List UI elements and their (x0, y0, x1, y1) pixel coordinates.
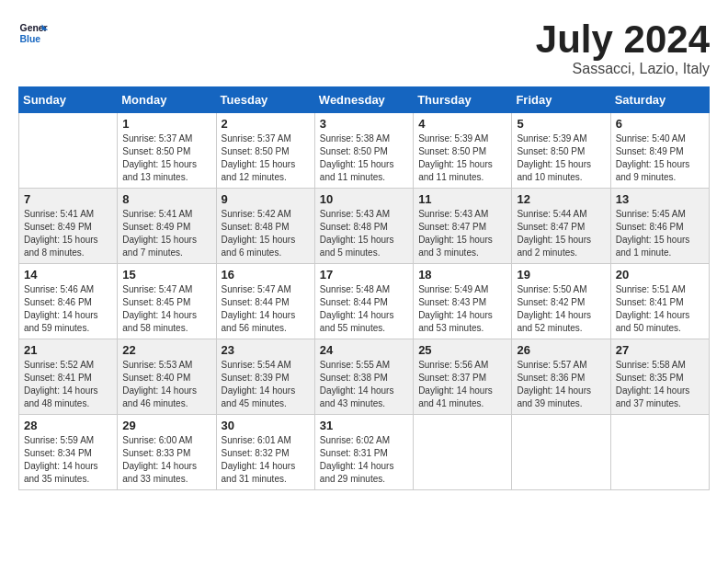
day-number: 17 (320, 268, 408, 282)
day-info: Sunrise: 5:38 AMSunset: 8:50 PMDaylight:… (320, 132, 408, 184)
day-number: 5 (517, 117, 605, 131)
calendar-cell (512, 415, 610, 490)
calendar-cell: 31Sunrise: 6:02 AMSunset: 8:31 PMDayligh… (314, 415, 413, 490)
day-info: Sunrise: 5:57 AMSunset: 8:36 PMDaylight:… (517, 359, 605, 410)
day-of-week-header: Sunday (19, 87, 118, 113)
calendar-cell: 26Sunrise: 5:57 AMSunset: 8:36 PMDayligh… (512, 339, 610, 415)
calendar-cell: 28Sunrise: 5:59 AMSunset: 8:34 PMDayligh… (19, 415, 118, 490)
day-info: Sunrise: 5:47 AMSunset: 8:45 PMDaylight:… (122, 283, 210, 335)
day-number: 1 (122, 117, 210, 131)
calendar-cell: 12Sunrise: 5:44 AMSunset: 8:47 PMDayligh… (512, 189, 610, 264)
calendar-week-row: 21Sunrise: 5:52 AMSunset: 8:41 PMDayligh… (19, 339, 710, 415)
day-number: 20 (616, 268, 704, 282)
day-info: Sunrise: 5:58 AMSunset: 8:35 PMDaylight:… (616, 359, 704, 410)
calendar-cell: 14Sunrise: 5:46 AMSunset: 8:46 PMDayligh… (19, 264, 118, 339)
day-number: 21 (24, 343, 112, 357)
day-number: 30 (222, 419, 310, 432)
day-info: Sunrise: 5:50 AMSunset: 8:42 PMDaylight:… (517, 283, 605, 335)
calendar-week-row: 1Sunrise: 5:37 AMSunset: 8:50 PMDaylight… (19, 113, 710, 189)
day-info: Sunrise: 5:46 AMSunset: 8:46 PMDaylight:… (24, 283, 112, 335)
day-number: 27 (616, 343, 704, 357)
day-number: 2 (222, 117, 310, 131)
calendar-cell: 27Sunrise: 5:58 AMSunset: 8:35 PMDayligh… (610, 339, 709, 415)
day-info: Sunrise: 5:52 AMSunset: 8:41 PMDaylight:… (24, 359, 112, 410)
day-number: 31 (320, 419, 408, 432)
calendar-cell: 30Sunrise: 6:01 AMSunset: 8:32 PMDayligh… (216, 415, 314, 490)
calendar-cell: 9Sunrise: 5:42 AMSunset: 8:48 PMDaylight… (216, 189, 314, 264)
day-number: 22 (122, 343, 210, 357)
day-info: Sunrise: 5:37 AMSunset: 8:50 PMDaylight:… (122, 132, 210, 184)
day-of-week-header: Friday (512, 87, 610, 113)
day-info: Sunrise: 6:00 AMSunset: 8:33 PMDaylight:… (122, 434, 210, 486)
calendar-cell: 25Sunrise: 5:56 AMSunset: 8:37 PMDayligh… (414, 339, 512, 415)
calendar-cell: 23Sunrise: 5:54 AMSunset: 8:39 PMDayligh… (216, 339, 314, 415)
calendar-week-row: 14Sunrise: 5:46 AMSunset: 8:46 PMDayligh… (19, 264, 710, 339)
day-number: 3 (320, 117, 408, 131)
day-number: 8 (122, 192, 210, 206)
day-number: 18 (418, 268, 506, 282)
day-number: 15 (122, 268, 210, 282)
day-info: Sunrise: 5:56 AMSunset: 8:37 PMDaylight:… (418, 359, 506, 410)
day-info: Sunrise: 5:49 AMSunset: 8:43 PMDaylight:… (418, 283, 506, 335)
day-number: 16 (222, 268, 310, 282)
day-info: Sunrise: 5:39 AMSunset: 8:50 PMDaylight:… (418, 132, 506, 184)
day-info: Sunrise: 5:59 AMSunset: 8:34 PMDaylight:… (24, 434, 112, 486)
day-number: 6 (616, 117, 704, 131)
day-number: 23 (222, 343, 310, 357)
calendar-week-row: 28Sunrise: 5:59 AMSunset: 8:34 PMDayligh… (19, 415, 710, 490)
calendar-cell: 10Sunrise: 5:43 AMSunset: 8:48 PMDayligh… (314, 189, 413, 264)
day-info: Sunrise: 5:43 AMSunset: 8:47 PMDaylight:… (418, 208, 506, 259)
calendar-cell: 8Sunrise: 5:41 AMSunset: 8:49 PMDaylight… (118, 189, 216, 264)
calendar-week-row: 7Sunrise: 5:41 AMSunset: 8:49 PMDaylight… (19, 189, 710, 264)
calendar-cell: 1Sunrise: 5:37 AMSunset: 8:50 PMDaylight… (118, 113, 216, 189)
calendar-cell: 17Sunrise: 5:48 AMSunset: 8:44 PMDayligh… (314, 264, 413, 339)
day-number: 11 (418, 192, 506, 206)
calendar-cell: 21Sunrise: 5:52 AMSunset: 8:41 PMDayligh… (19, 339, 118, 415)
calendar-cell: 22Sunrise: 5:53 AMSunset: 8:40 PMDayligh… (118, 339, 216, 415)
day-number: 10 (320, 192, 408, 206)
day-info: Sunrise: 5:42 AMSunset: 8:48 PMDaylight:… (222, 208, 310, 259)
day-info: Sunrise: 5:48 AMSunset: 8:44 PMDaylight:… (320, 283, 408, 335)
day-number: 14 (24, 268, 112, 282)
day-number: 13 (616, 192, 704, 206)
header: General Blue July 2024 Sassacci, Lazio, … (18, 18, 710, 77)
day-info: Sunrise: 5:53 AMSunset: 8:40 PMDaylight:… (122, 359, 210, 410)
day-of-week-header: Tuesday (216, 87, 314, 113)
title-area: July 2024 Sassacci, Lazio, Italy (536, 18, 710, 77)
day-info: Sunrise: 5:51 AMSunset: 8:41 PMDaylight:… (616, 283, 704, 335)
day-info: Sunrise: 6:01 AMSunset: 8:32 PMDaylight:… (222, 434, 310, 486)
day-info: Sunrise: 5:44 AMSunset: 8:47 PMDaylight:… (517, 208, 605, 259)
day-of-week-header: Monday (118, 87, 216, 113)
day-number: 7 (24, 192, 112, 206)
svg-text:Blue: Blue (20, 34, 41, 44)
day-info: Sunrise: 5:45 AMSunset: 8:46 PMDaylight:… (616, 208, 704, 259)
calendar: SundayMondayTuesdayWednesdayThursdayFrid… (18, 86, 710, 490)
day-info: Sunrise: 5:40 AMSunset: 8:49 PMDaylight:… (616, 132, 704, 184)
day-info: Sunrise: 5:47 AMSunset: 8:44 PMDaylight:… (222, 283, 310, 335)
day-info: Sunrise: 6:02 AMSunset: 8:31 PMDaylight:… (320, 434, 408, 486)
calendar-cell (610, 415, 709, 490)
day-info: Sunrise: 5:43 AMSunset: 8:48 PMDaylight:… (320, 208, 408, 259)
calendar-cell: 24Sunrise: 5:55 AMSunset: 8:38 PMDayligh… (314, 339, 413, 415)
day-number: 19 (517, 268, 605, 282)
calendar-cell: 5Sunrise: 5:39 AMSunset: 8:50 PMDaylight… (512, 113, 610, 189)
day-number: 29 (122, 419, 210, 432)
day-number: 12 (517, 192, 605, 206)
calendar-cell (19, 113, 118, 189)
calendar-cell: 3Sunrise: 5:38 AMSunset: 8:50 PMDaylight… (314, 113, 413, 189)
day-of-week-header: Saturday (610, 87, 709, 113)
logo: General Blue (18, 18, 48, 48)
calendar-cell: 19Sunrise: 5:50 AMSunset: 8:42 PMDayligh… (512, 264, 610, 339)
calendar-cell: 11Sunrise: 5:43 AMSunset: 8:47 PMDayligh… (414, 189, 512, 264)
day-info: Sunrise: 5:37 AMSunset: 8:50 PMDaylight:… (222, 132, 310, 184)
day-number: 26 (517, 343, 605, 357)
day-of-week-header: Wednesday (314, 87, 413, 113)
calendar-cell: 4Sunrise: 5:39 AMSunset: 8:50 PMDaylight… (414, 113, 512, 189)
calendar-cell: 6Sunrise: 5:40 AMSunset: 8:49 PMDaylight… (610, 113, 709, 189)
calendar-cell: 15Sunrise: 5:47 AMSunset: 8:45 PMDayligh… (118, 264, 216, 339)
calendar-cell: 29Sunrise: 6:00 AMSunset: 8:33 PMDayligh… (118, 415, 216, 490)
header-row: SundayMondayTuesdayWednesdayThursdayFrid… (19, 87, 710, 113)
day-number: 24 (320, 343, 408, 357)
logo-icon: General Blue (18, 18, 48, 48)
day-number: 4 (418, 117, 506, 131)
